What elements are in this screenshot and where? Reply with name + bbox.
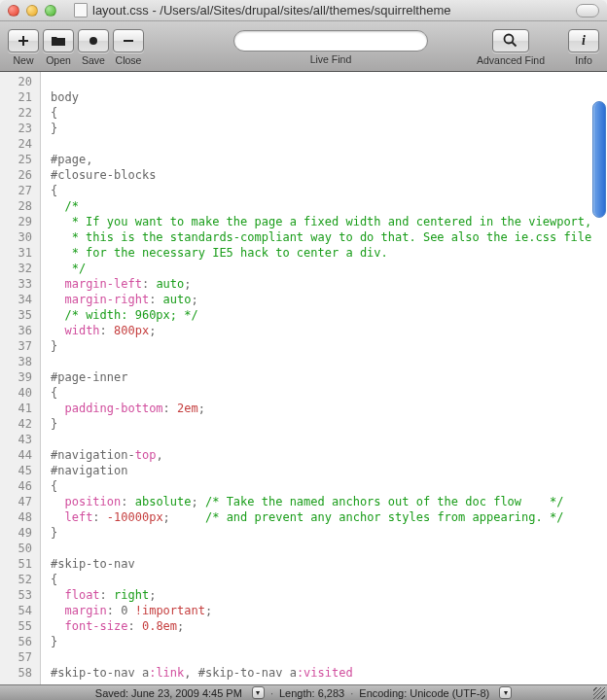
code-line[interactable]: {	[51, 478, 607, 494]
code-line[interactable]: #navigation-top,	[51, 447, 607, 463]
live-find-input[interactable]	[233, 30, 428, 52]
code-content[interactable]: body{}#page,#closure-blocks{ /* * If you…	[41, 72, 607, 684]
code-line[interactable]: }	[51, 121, 607, 136]
line-number-gutter: 2021222324252627282930313233343536373839…	[0, 72, 41, 684]
code-line[interactable]: }	[51, 634, 607, 649]
code-line[interactable]	[51, 136, 607, 152]
code-line[interactable]	[51, 74, 607, 89]
toolbar-toggle-button[interactable]	[576, 4, 599, 18]
main-toolbar: New Open Save Close Live Find Advanced F…	[0, 21, 607, 72]
line-number: 41	[0, 401, 32, 416]
line-number: 38	[0, 354, 32, 369]
line-number: 34	[0, 292, 32, 307]
new-group: New	[8, 29, 39, 66]
code-line[interactable]: /*	[51, 198, 607, 214]
code-line[interactable]: #page-inner	[51, 369, 607, 385]
status-encoding: Encoding: Unicode (UTF-8)	[359, 687, 489, 699]
code-line[interactable]: }	[51, 416, 607, 432]
svg-point-0	[89, 37, 97, 45]
code-line[interactable]: * If you want to make the page a fixed w…	[51, 214, 607, 229]
line-number: 52	[0, 572, 32, 587]
open-label: Open	[46, 54, 71, 66]
code-editor[interactable]: 2021222324252627282930313233343536373839…	[0, 72, 607, 684]
line-number: 30	[0, 229, 32, 245]
document-icon	[74, 3, 88, 18]
code-line[interactable]: #navigation	[51, 463, 607, 478]
code-line[interactable]: }	[51, 338, 607, 354]
minimize-window-button[interactable]	[26, 5, 38, 17]
code-line[interactable]: }	[51, 525, 607, 541]
live-find-section: Live Find	[214, 30, 447, 65]
folder-icon	[51, 35, 66, 47]
open-button[interactable]	[43, 29, 74, 52]
close-group: Close	[113, 29, 144, 66]
line-number: 33	[0, 276, 32, 292]
code-line[interactable]: {	[51, 183, 607, 198]
line-number: 42	[0, 416, 32, 432]
code-line[interactable]: /* width: 960px; */	[51, 307, 607, 323]
line-number: 37	[0, 338, 32, 354]
code-line[interactable]: {	[51, 572, 607, 587]
record-icon	[88, 35, 99, 47]
line-number: 48	[0, 509, 32, 525]
code-line[interactable]	[51, 541, 607, 556]
save-label: Save	[82, 54, 105, 66]
vertical-scrollbar[interactable]	[592, 101, 606, 218]
open-group: Open	[43, 29, 74, 66]
code-line[interactable]: width: 800px;	[51, 323, 607, 338]
advanced-find-label: Advanced Find	[477, 54, 545, 66]
line-number: 44	[0, 447, 32, 463]
save-button[interactable]	[78, 29, 109, 52]
line-number: 56	[0, 634, 32, 649]
info-group: i Info	[568, 29, 599, 66]
info-button[interactable]: i	[568, 29, 599, 52]
code-line[interactable]: {	[51, 105, 607, 121]
code-line[interactable]	[51, 432, 607, 447]
line-number: 31	[0, 245, 32, 261]
line-number: 54	[0, 603, 32, 618]
close-window-button[interactable]	[8, 5, 19, 17]
line-number: 35	[0, 307, 32, 323]
info-label: Info	[575, 54, 592, 66]
line-number: 39	[0, 369, 32, 385]
new-button[interactable]	[8, 29, 39, 52]
code-line[interactable]: #skip-to-nav	[51, 556, 607, 572]
resize-grip[interactable]	[593, 687, 605, 699]
line-number: 50	[0, 541, 32, 556]
code-line[interactable]: margin-left: auto;	[51, 276, 607, 292]
line-number: 57	[0, 649, 32, 665]
code-line[interactable]: body	[51, 89, 607, 105]
line-number: 23	[0, 121, 32, 136]
code-line[interactable]: margin-right: auto;	[51, 292, 607, 307]
line-number: 21	[0, 89, 32, 105]
saved-menu-button[interactable]: ▾	[252, 686, 265, 699]
code-line[interactable]: #skip-to-nav a:link, #skip-to-nav a:visi…	[51, 665, 607, 681]
code-line[interactable]	[51, 649, 607, 665]
window-title: layout.css - /Users/al/Sites/drupal/site…	[92, 3, 450, 18]
code-line[interactable]: float: right;	[51, 587, 607, 603]
code-line[interactable]: margin: 0 !important;	[51, 603, 607, 618]
advanced-find-button[interactable]	[492, 29, 529, 52]
line-number: 27	[0, 183, 32, 198]
close-button[interactable]	[113, 29, 144, 52]
code-line[interactable]: * this is the standards-compliant way to…	[51, 229, 607, 245]
status-length: Length: 6,283	[279, 687, 344, 699]
zoom-window-button[interactable]	[45, 5, 56, 17]
code-line[interactable]: left: -10000px; /* and prevent any ancho…	[51, 509, 607, 525]
line-number: 49	[0, 525, 32, 541]
encoding-menu-button[interactable]: ▾	[499, 686, 512, 699]
code-line[interactable]: position: absolute; /* Take the named an…	[51, 494, 607, 509]
svg-point-2	[505, 35, 514, 44]
code-line[interactable]: * for the necessary IE5 hack to center a…	[51, 245, 607, 261]
line-number: 45	[0, 463, 32, 478]
line-number: 51	[0, 556, 32, 572]
code-line[interactable]: padding-bottom: 2em;	[51, 401, 607, 416]
code-line[interactable]: #closure-blocks	[51, 167, 607, 183]
status-saved: Saved: June 23, 2009 4:45 PM	[95, 687, 242, 699]
code-line[interactable]: */	[51, 261, 607, 276]
code-line[interactable]: #page,	[51, 152, 607, 167]
code-line[interactable]	[51, 354, 607, 369]
code-line[interactable]: font-size: 0.8em;	[51, 618, 607, 634]
line-number: 46	[0, 478, 32, 494]
code-line[interactable]: {	[51, 385, 607, 401]
